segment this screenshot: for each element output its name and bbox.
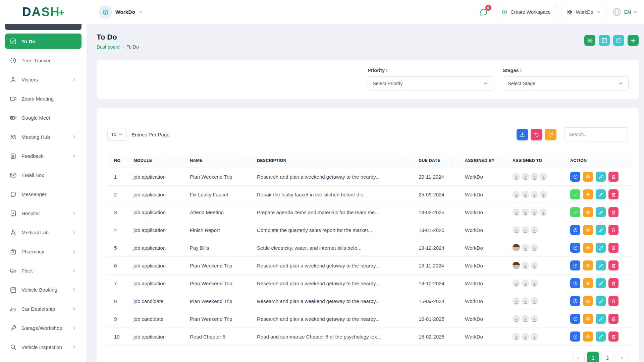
app-logo[interactable]: DASH + <box>22 5 64 19</box>
assignee-avatar[interactable] <box>540 191 547 198</box>
view-button[interactable] <box>583 314 593 324</box>
view-button[interactable] <box>583 296 593 306</box>
pagination-page-2[interactable]: 2 <box>601 352 613 362</box>
sidebar-item-to-do[interactable]: To Do <box>5 34 82 49</box>
assignee-avatar[interactable] <box>531 333 538 340</box>
search-input[interactable] <box>564 127 628 141</box>
assignee-avatar[interactable] <box>513 280 520 287</box>
status-clock-button[interactable] <box>570 296 580 306</box>
view-button[interactable] <box>583 172 593 182</box>
status-clock-button[interactable] <box>570 278 580 288</box>
settings-button[interactable] <box>584 35 595 46</box>
col-header-module[interactable]: MODULE <box>127 153 183 168</box>
sidebar-item-medical-lab[interactable]: Medical Lab <box>5 225 82 240</box>
assignee-avatar[interactable] <box>513 333 520 340</box>
sidebar-item-feedback[interactable]: Feedback <box>5 148 82 164</box>
sidebar-item-zoom-meeting[interactable]: Zoom Meeting <box>5 91 82 106</box>
assignee-avatar[interactable] <box>513 226 520 234</box>
view-button[interactable] <box>583 331 593 342</box>
assignee-avatar[interactable] <box>531 173 538 180</box>
assignee-photo-avatar[interactable] <box>513 262 520 269</box>
sidebar-item-pharmacy[interactable]: Pharmacy <box>5 244 82 259</box>
create-workspace-button[interactable]: Create Workspace <box>496 5 556 19</box>
sidebar-item-hospital[interactable]: Hospital <box>5 205 82 221</box>
sidebar-item-email-box[interactable]: EMail Box <box>5 167 82 183</box>
assignee-avatar[interactable] <box>522 297 529 305</box>
refresh-button[interactable] <box>545 129 556 140</box>
assignee-photo-avatar[interactable] <box>513 244 520 251</box>
assignee-avatar[interactable] <box>513 173 520 180</box>
view-button[interactable] <box>583 278 593 288</box>
edit-button[interactable] <box>596 314 606 324</box>
list-view-button[interactable] <box>599 35 610 46</box>
mark-complete-button[interactable] <box>570 189 580 199</box>
assignee-avatar[interactable] <box>531 297 538 305</box>
pagination-prev[interactable]: ‹ <box>573 352 585 362</box>
mark-complete-button[interactable] <box>570 207 580 217</box>
assignee-avatar[interactable] <box>531 244 538 251</box>
edit-button[interactable] <box>596 225 606 235</box>
assignee-avatar[interactable] <box>522 226 529 234</box>
assignee-avatar[interactable] <box>522 191 529 198</box>
delete-button[interactable] <box>608 331 619 342</box>
assignee-avatar[interactable] <box>531 262 538 269</box>
view-button[interactable] <box>583 207 593 217</box>
pagination-page-1[interactable]: 1 <box>587 352 599 362</box>
sidebar-item-vehicle-booking[interactable]: Vehicle Booking <box>5 282 82 297</box>
delete-button[interactable] <box>608 207 619 217</box>
sidebar-item-meeting-hub[interactable]: Meeting Hub <box>5 129 82 144</box>
status-clock-button[interactable] <box>570 225 580 235</box>
assignee-avatar[interactable] <box>513 315 520 322</box>
status-clock-button[interactable] <box>570 260 580 270</box>
view-button[interactable] <box>583 260 593 270</box>
edit-button[interactable] <box>596 296 606 306</box>
workspace-selector[interactable]: WorkDo <box>99 5 143 19</box>
sidebar-item-garage-workshop[interactable]: Garage/Workshop <box>5 320 82 336</box>
assignee-avatar[interactable] <box>531 280 538 287</box>
delete-button[interactable] <box>608 225 619 235</box>
edit-button[interactable] <box>596 172 606 182</box>
assignee-avatar[interactable] <box>531 315 538 322</box>
delete-button[interactable] <box>608 172 619 182</box>
status-clock-button[interactable] <box>570 243 580 253</box>
view-button[interactable] <box>583 189 593 199</box>
view-button[interactable] <box>583 243 593 253</box>
assignee-avatar[interactable] <box>522 280 529 287</box>
export-button[interactable] <box>517 129 528 140</box>
delete-button[interactable] <box>608 278 619 288</box>
assignee-avatar[interactable] <box>513 208 520 216</box>
add-todo-button[interactable] <box>628 35 639 46</box>
sidebar-item-vehicle-inspection[interactable]: Vehicle Inspection <box>5 339 82 355</box>
col-header-due-date[interactable]: DUE DATE <box>412 153 458 168</box>
sidebar-item-machine-repair[interactable]: Machine Repair <box>5 358 82 362</box>
assignee-avatar[interactable] <box>522 333 529 340</box>
delete-button[interactable] <box>608 314 619 324</box>
assignee-avatar[interactable] <box>522 208 529 216</box>
sidebar-item-car-dealership[interactable]: Car Dealership <box>5 301 82 316</box>
app-switcher-button[interactable]: WorkDo <box>561 5 606 19</box>
assignee-avatar[interactable] <box>531 208 538 216</box>
breadcrumb-dashboard-link[interactable]: Dashboard <box>97 44 120 50</box>
sidebar-item-messenger[interactable]: Messenger <box>5 186 82 202</box>
entries-per-page-select[interactable]: 10 <box>107 128 127 141</box>
assignee-avatar[interactable] <box>522 244 529 251</box>
assignee-avatar[interactable] <box>531 191 538 198</box>
status-clock-button[interactable] <box>570 172 580 182</box>
sidebar-item-fleet[interactable]: Fleet <box>5 263 82 278</box>
edit-button[interactable] <box>596 260 606 270</box>
assignee-avatar[interactable] <box>540 208 547 216</box>
edit-button[interactable] <box>596 207 606 217</box>
calendar-view-button[interactable] <box>613 35 624 46</box>
sidebar-item-time-tracker[interactable]: Time Tracker <box>5 53 82 68</box>
edit-button[interactable] <box>596 189 606 199</box>
assignee-avatar[interactable] <box>513 297 520 305</box>
sidebar-item-google-meet[interactable]: Google Meet <box>5 110 82 125</box>
edit-button[interactable] <box>596 331 606 342</box>
chat-button[interactable]: 0 <box>478 6 489 18</box>
delete-button[interactable] <box>608 260 619 270</box>
assignee-avatar[interactable] <box>540 173 547 180</box>
edit-button[interactable] <box>596 243 606 253</box>
delete-button[interactable] <box>608 296 619 306</box>
pagination-next[interactable]: › <box>616 352 628 362</box>
assignee-avatar[interactable] <box>522 262 529 269</box>
